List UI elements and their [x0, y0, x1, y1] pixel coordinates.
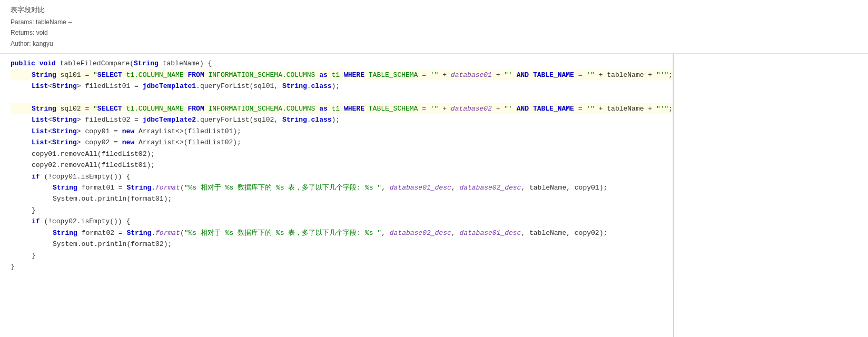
code-line-removeall01: copy01.removeAll(filedList02);: [11, 148, 673, 160]
code-line-sql01: String sql01 = "SELECT t1.COLUMN_NAME FR…: [11, 70, 673, 81]
doc-returns: Returns: void: [11, 27, 857, 38]
header-section: 表字段对比 Params: tableName – Returns: void …: [0, 0, 868, 54]
doc-title: 表字段对比: [11, 5, 857, 15]
code-line-list02: List<String> filedList02 = jdbcTemplate2…: [11, 114, 673, 125]
code-panel: public void tableFiledCompare(String tab…: [0, 54, 673, 337]
code-line-close-method: }: [11, 261, 673, 272]
code-line-println02: System.out.println(format02);: [11, 239, 673, 250]
code-line-removeall02: copy02.removeAll(filedList01);: [11, 160, 673, 171]
code-line-if02: if (!copy02.isEmpty()) {: [11, 216, 673, 227]
code-line-sql02: String sql02 = "SELECT t1.COLUMN_NAME FR…: [11, 103, 673, 114]
code-line-format01: String format01 = String.format("%s 相对于 …: [11, 182, 673, 193]
right-panel: [673, 54, 868, 337]
code-line-list01: List<String> filedList01 = jdbcTemplate1…: [11, 81, 673, 92]
main-layout: public void tableFiledCompare(String tab…: [0, 54, 868, 337]
code-line-copy02: List<String> copy02 = new ArrayList<>(fi…: [11, 137, 673, 148]
main-container: 表字段对比 Params: tableName – Returns: void …: [0, 0, 868, 337]
code-line-if01: if (!copy01.isEmpty()) {: [11, 171, 673, 182]
code-line-copy01: List<String> copy01 = new ArrayList<>(fi…: [11, 126, 673, 137]
code-area[interactable]: public void tableFiledCompare(String tab…: [0, 54, 673, 276]
code-line-close-if02: }: [11, 250, 673, 261]
doc-params: Params: tableName –: [11, 17, 857, 27]
code-line-close-if01: }: [11, 205, 673, 216]
code-line-println01: System.out.println(format01);: [11, 193, 673, 204]
code-line-empty1: [11, 92, 673, 103]
code-line: public void tableFiledCompare(String tab…: [11, 58, 673, 69]
doc-author: Author: kangyu: [11, 38, 857, 49]
code-line-format02: String format02 = String.format("%s 相对于 …: [11, 227, 673, 239]
